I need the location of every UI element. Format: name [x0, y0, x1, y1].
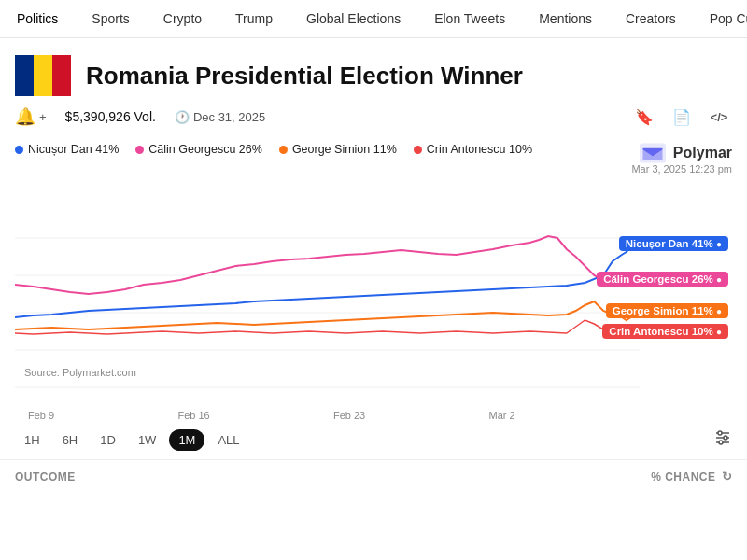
- label-calin: Călin Georgescu 26% ●: [597, 272, 728, 287]
- time-all[interactable]: ALL: [208, 429, 248, 451]
- legend-calin: Călin Georgescu 26%: [135, 143, 262, 156]
- volume-label: $5,390,926 Vol.: [65, 109, 156, 124]
- x-label-3: Mar 2: [489, 410, 515, 421]
- legend-nicusor: Nicușor Dan 41%: [15, 143, 119, 156]
- calin-label: Călin Georgescu 26%: [148, 143, 262, 156]
- share-icon[interactable]: 📄: [669, 104, 695, 130]
- price-chart: Nicușor Dan 41% ● Călin Georgescu 26% ● …: [15, 182, 732, 406]
- follow-button[interactable]: 🔔 +: [15, 108, 47, 125]
- action-icons: 🔖 📄 </>: [631, 104, 732, 130]
- svg-point-9: [718, 431, 722, 435]
- outcome-label: OUTCOME: [15, 470, 76, 483]
- polymarket-datetime: Mar 3, 2025 12:23 pm: [631, 163, 732, 175]
- legend-george: George Simion 11%: [279, 143, 397, 156]
- label-nicusor: Nicușor Dan 41% ●: [619, 236, 728, 251]
- george-label: George Simion 11%: [292, 143, 397, 156]
- nav-global-elections[interactable]: Global Elections: [289, 0, 417, 37]
- chance-label: % CHANCE ↻: [651, 469, 732, 483]
- time-controls: 1H 6H 1D 1W 1M ALL: [0, 421, 747, 452]
- label-crin: Crin Antonescu 10% ●: [602, 324, 728, 339]
- calin-dot: [135, 146, 144, 154]
- flag-yellow: [34, 55, 52, 96]
- nav-trump[interactable]: Trump: [218, 0, 289, 37]
- flag-red: [52, 55, 71, 96]
- george-dot: [279, 146, 288, 154]
- nav-elon-tweets[interactable]: Elon Tweets: [417, 0, 522, 37]
- market-title: Romania Presidential Election Winner: [86, 62, 523, 91]
- polymarket-badge: Polymar Mar 3, 2025 12:23 pm: [631, 143, 732, 175]
- bottom-bar: OUTCOME % CHANCE ↻: [0, 459, 747, 483]
- time-1w[interactable]: 1W: [129, 429, 166, 451]
- nicusor-label: Nicușor Dan 41%: [28, 143, 119, 156]
- x-label-2: Feb 23: [333, 410, 365, 421]
- nav-crypto[interactable]: Crypto: [147, 0, 218, 37]
- chart-legend: Nicușor Dan 41% Călin Georgescu 26% Geor…: [15, 143, 631, 156]
- label-george: George Simion 11% ●: [606, 303, 728, 318]
- flag-blue: [15, 55, 34, 96]
- svg-point-10: [724, 436, 727, 440]
- refresh-icon[interactable]: ↻: [722, 469, 733, 483]
- legend-crin: Crin Antonescu 10%: [414, 143, 532, 156]
- time-1h[interactable]: 1H: [15, 429, 49, 451]
- time-1d[interactable]: 1D: [91, 429, 125, 451]
- svg-point-11: [719, 441, 723, 444]
- x-axis: Feb 9 Feb 16 Feb 23 Mar 2: [0, 406, 747, 421]
- nav-bar: Politics Sports Crypto Trump Global Elec…: [0, 0, 747, 38]
- polymarket-logo-icon: [640, 143, 666, 163]
- time-6h[interactable]: 6H: [53, 429, 88, 451]
- nicusor-dot: [15, 146, 23, 154]
- source-label: Source: Polymarket.com: [24, 367, 136, 378]
- crin-label: Crin Antonescu 10%: [427, 143, 532, 156]
- meta-row: 🔔 + $5,390,926 Vol. 🕐 Dec 31, 2025 🔖 📄 <…: [0, 104, 747, 141]
- x-label-0: Feb 9: [28, 410, 54, 421]
- bookmark-icon[interactable]: 🔖: [631, 104, 657, 130]
- end-date: 🕐 Dec 31, 2025: [175, 110, 265, 124]
- nav-creators[interactable]: Creators: [609, 0, 693, 37]
- embed-icon[interactable]: </>: [706, 104, 732, 130]
- nav-pop-culture[interactable]: Pop Culture: [693, 0, 747, 37]
- market-header: Romania Presidential Election Winner: [0, 38, 747, 104]
- time-1m[interactable]: 1M: [169, 429, 204, 451]
- nav-sports[interactable]: Sports: [75, 0, 146, 37]
- x-label-1: Feb 16: [177, 410, 209, 421]
- nav-mentions[interactable]: Mentions: [522, 0, 609, 37]
- flag-romania: [15, 55, 71, 96]
- crin-dot: [414, 146, 422, 154]
- nav-politics[interactable]: Politics: [0, 0, 75, 37]
- polymarket-name: Polymar: [673, 145, 732, 161]
- chart-settings-icon[interactable]: [713, 428, 732, 452]
